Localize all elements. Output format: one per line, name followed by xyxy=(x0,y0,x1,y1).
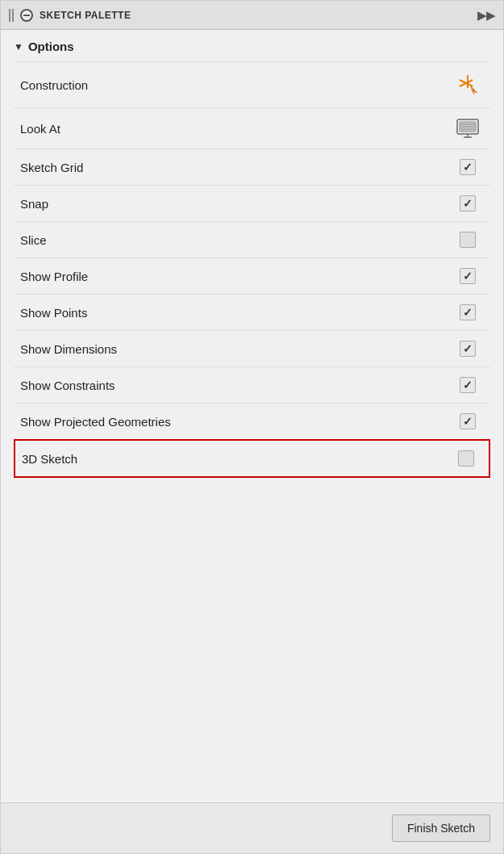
snap-checkbox[interactable] xyxy=(460,195,476,211)
show-dimensions-checkbox[interactable] xyxy=(460,341,476,357)
panel-footer: Finish Sketch xyxy=(1,802,503,853)
drag-handle[interactable] xyxy=(9,9,14,22)
finish-sketch-button[interactable]: Finish Sketch xyxy=(392,814,490,842)
svg-rect-1 xyxy=(12,9,14,22)
svg-point-6 xyxy=(466,82,469,85)
option-label-show-points: Show Points xyxy=(20,306,87,320)
option-row-show-points: Show Points xyxy=(14,295,490,331)
option-label-slice: Slice xyxy=(20,233,47,247)
slice-control[interactable] xyxy=(452,232,484,248)
show-points-control[interactable] xyxy=(452,304,484,320)
option-row-show-projected-geometries: Show Projected Geometries xyxy=(14,404,490,440)
option-row-show-profile: Show Profile xyxy=(14,258,490,295)
option-row-3d-sketch: 3D Sketch xyxy=(14,439,490,478)
slice-checkbox[interactable] xyxy=(460,232,476,248)
panel-title: SKETCH PALETTE xyxy=(40,10,131,21)
option-row-show-constraints: Show Constraints xyxy=(14,367,490,404)
option-row-look-at: Look At xyxy=(14,108,490,149)
snap-control[interactable] xyxy=(452,195,484,211)
panel-header-left: SKETCH PALETTE xyxy=(9,9,131,22)
panel-content: ▼ Options Construction xyxy=(1,30,503,802)
look-at-control[interactable] xyxy=(452,118,484,139)
options-list: Construction Lo xyxy=(14,61,490,478)
option-label-show-dimensions: Show Dimensions xyxy=(20,342,117,356)
svg-marker-5 xyxy=(471,86,477,94)
section-collapse-arrow: ▼ xyxy=(14,41,23,52)
show-profile-control[interactable] xyxy=(452,268,484,284)
option-label-snap: Snap xyxy=(20,197,48,211)
sketch-palette-panel: SKETCH PALETTE ▶▶ ▼ Options Construction xyxy=(0,0,504,854)
option-row-construction: Construction xyxy=(14,61,490,108)
option-label-construction: Construction xyxy=(20,78,88,92)
option-row-show-dimensions: Show Dimensions xyxy=(14,331,490,367)
option-label-sketch-grid: Sketch Grid xyxy=(20,161,83,174)
options-section-header[interactable]: ▼ Options xyxy=(14,40,490,53)
option-label-show-projected-geometries: Show Projected Geometries xyxy=(20,415,171,429)
options-section-title: Options xyxy=(28,40,74,53)
forward-arrows-icon[interactable]: ▶▶ xyxy=(477,9,495,22)
sketch-grid-checkbox[interactable] xyxy=(460,159,476,175)
3d-sketch-checkbox[interactable] xyxy=(458,450,474,467)
option-row-snap: Snap xyxy=(14,186,490,222)
option-row-slice: Slice xyxy=(14,222,490,258)
show-constraints-control[interactable] xyxy=(452,377,484,393)
3d-sketch-control[interactable] xyxy=(450,450,482,467)
minimize-icon[interactable] xyxy=(20,9,33,22)
show-projected-geometries-checkbox[interactable] xyxy=(460,413,476,429)
show-constraints-checkbox[interactable] xyxy=(460,377,476,393)
construction-control[interactable] xyxy=(452,72,484,98)
show-dimensions-control[interactable] xyxy=(452,341,484,357)
construction-icon xyxy=(455,72,481,98)
option-label-look-at: Look At xyxy=(20,122,60,136)
svg-rect-0 xyxy=(9,9,10,22)
show-projected-geometries-control[interactable] xyxy=(452,413,484,429)
sketch-grid-control[interactable] xyxy=(452,159,484,175)
option-label-3d-sketch: 3D Sketch xyxy=(22,452,77,466)
panel-header: SKETCH PALETTE ▶▶ xyxy=(1,1,503,30)
option-label-show-profile: Show Profile xyxy=(20,270,88,283)
show-profile-checkbox[interactable] xyxy=(460,268,476,284)
look-at-icon xyxy=(456,118,480,139)
show-points-checkbox[interactable] xyxy=(460,304,476,320)
option-label-show-constraints: Show Constraints xyxy=(20,379,115,392)
option-row-sketch-grid: Sketch Grid xyxy=(14,149,490,186)
